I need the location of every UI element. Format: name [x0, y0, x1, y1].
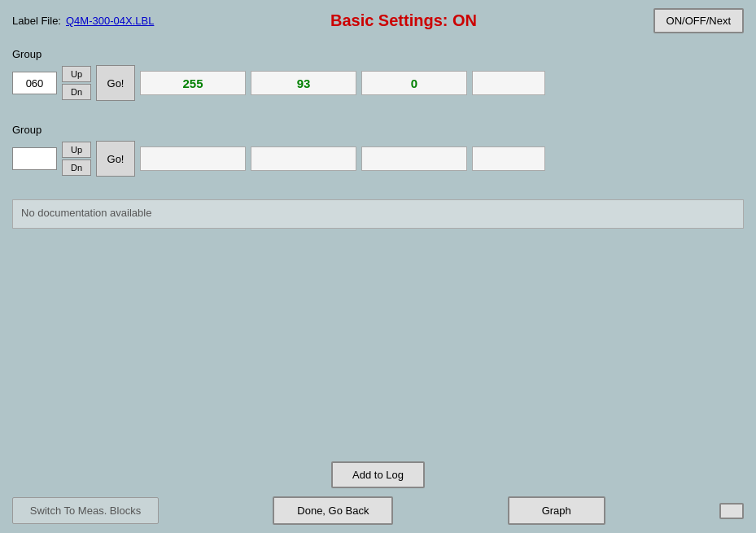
group2-value3	[361, 146, 467, 171]
basic-settings-title: Basic Settings: ON	[154, 11, 653, 30]
group1-go-button[interactable]: Go!	[96, 65, 135, 101]
group2-up-button[interactable]: Up	[62, 142, 91, 158]
group1-value2: 93	[251, 71, 356, 95]
group2-extra-field	[472, 146, 545, 171]
group2-number-input[interactable]	[12, 147, 57, 170]
bottom-btn-row: Switch To Meas. Blocks Done, Go Back Gra…	[12, 496, 744, 525]
group2-value2	[251, 146, 356, 171]
group1-number-input[interactable]	[12, 72, 57, 94]
group1-section: Group Up Dn Go! 255 93 0	[12, 48, 744, 101]
group1-value1: 255	[140, 71, 246, 95]
group1-extra-field	[472, 71, 545, 95]
bottom-area: Add to Log Switch To Meas. Blocks Done, …	[0, 453, 756, 533]
group2-section: Group Up Dn Go!	[12, 124, 744, 177]
add-to-log-row: Add to Log	[12, 461, 744, 488]
group1-up-button[interactable]: Up	[62, 66, 91, 82]
graph-button[interactable]: Graph	[508, 496, 605, 525]
group1-label: Group	[12, 48, 744, 60]
group2-dn-button[interactable]: Dn	[62, 159, 91, 176]
add-to-log-button[interactable]: Add to Log	[331, 461, 425, 488]
label-file-prefix: Label File:	[12, 15, 61, 27]
documentation-text: No documentation available	[21, 207, 151, 219]
label-file-link[interactable]: Q4M-300-04X.LBL	[66, 15, 154, 27]
group2-updn-container: Up Dn	[62, 142, 91, 176]
documentation-area: No documentation available	[12, 199, 744, 229]
group1-updn-container: Up Dn	[62, 66, 91, 100]
group1-row: Up Dn Go! 255 93 0	[12, 65, 744, 101]
group2-label: Group	[12, 124, 744, 136]
label-file-section: Label File: Q4M-300-04X.LBL	[12, 15, 154, 27]
header-row: Label File: Q4M-300-04X.LBL Basic Settin…	[12, 8, 744, 33]
group1-dn-button[interactable]: Dn	[62, 84, 91, 100]
on-off-next-button[interactable]: ON/OFF/Next	[653, 8, 744, 33]
done-go-back-button[interactable]: Done, Go Back	[273, 496, 393, 525]
main-container: Label File: Q4M-300-04X.LBL Basic Settin…	[0, 0, 756, 533]
group2-go-button[interactable]: Go!	[96, 141, 135, 177]
switch-meas-button[interactable]: Switch To Meas. Blocks	[12, 497, 159, 524]
partial-button[interactable]	[719, 503, 744, 519]
group2-row: Up Dn Go!	[12, 141, 744, 177]
group1-value3: 0	[361, 71, 467, 95]
group2-value1	[140, 146, 246, 171]
